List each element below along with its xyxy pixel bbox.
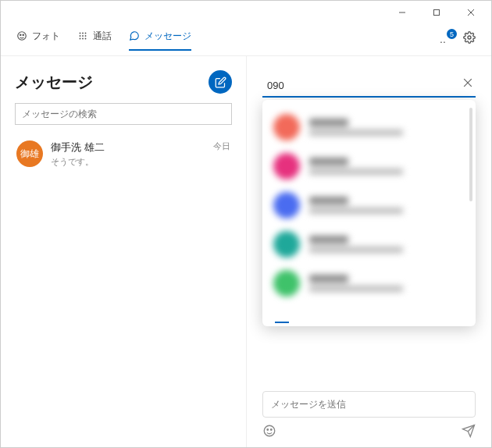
svg-point-9 — [85, 33, 87, 34]
svg-point-4 — [18, 32, 27, 41]
svg-point-7 — [80, 33, 81, 34]
photo-icon — [16, 30, 27, 41]
titlebar — [1, 1, 491, 24]
svg-point-15 — [85, 38, 87, 40]
minimize-button[interactable] — [385, 1, 419, 24]
tabs: フォト 通話 メッセージ — [16, 30, 191, 46]
svg-point-13 — [80, 38, 81, 40]
maximize-button[interactable] — [419, 1, 454, 24]
contact-avatar — [273, 153, 300, 180]
left-pane: メッセージ 御雄 御手洗 雄二 そうです。 今日 — [1, 56, 247, 447]
body: メッセージ 御雄 御手洗 雄二 そうです。 今日 — [1, 56, 491, 447]
conversation-item[interactable]: 御雄 御手洗 雄二 そうです。 今日 — [15, 136, 232, 172]
conversation-name: 御手洗 雄二 — [51, 140, 205, 155]
svg-point-14 — [82, 38, 84, 40]
ellipsis-icon: .. — [440, 33, 446, 45]
svg-point-8 — [82, 33, 84, 34]
contact-suggestion[interactable] — [269, 264, 469, 303]
tab-message[interactable]: メッセージ — [129, 30, 191, 46]
contact-avatar — [273, 192, 300, 219]
message-compose-area — [262, 391, 476, 438]
tab-photo[interactable]: フォト — [16, 30, 60, 46]
message-input-field[interactable] — [262, 391, 476, 418]
contact-suggestion[interactable] — [269, 186, 469, 225]
notification-button[interactable]: .. 5 — [441, 30, 455, 44]
contact-avatar — [273, 114, 300, 140]
tab-call-label: 通話 — [93, 30, 112, 43]
tab-message-label: メッセージ — [144, 30, 191, 43]
svg-point-16 — [468, 36, 471, 39]
right-pane — [247, 56, 491, 447]
message-icon — [129, 30, 140, 41]
topbar-right: .. 5 — [441, 30, 476, 44]
compose-actions — [262, 424, 476, 438]
search-messages-field[interactable] — [15, 103, 232, 125]
close-button[interactable] — [454, 1, 488, 24]
dialpad-icon — [77, 30, 88, 41]
svg-point-12 — [85, 35, 87, 37]
topbar: フォト 通話 メッセージ .. 5 — [1, 24, 491, 51]
contact-dropdown — [262, 100, 476, 326]
conversation-text: 御手洗 雄二 そうです。 — [51, 140, 205, 168]
send-button[interactable] — [462, 424, 476, 438]
scrollbar[interactable] — [469, 108, 472, 201]
svg-point-20 — [267, 429, 269, 431]
avatar: 御雄 — [16, 140, 43, 167]
contact-search-field[interactable] — [262, 75, 476, 98]
app-window: フォト 通話 メッセージ .. 5 — [0, 0, 492, 448]
compose-button[interactable] — [209, 70, 232, 94]
conversation-preview: そうです。 — [51, 156, 205, 168]
contact-avatar — [273, 270, 300, 297]
svg-rect-1 — [434, 10, 440, 16]
page-title: メッセージ — [15, 72, 93, 93]
contact-search-input[interactable] — [262, 75, 476, 98]
clear-search-button[interactable] — [463, 78, 472, 87]
settings-button[interactable] — [463, 31, 476, 44]
svg-point-5 — [20, 34, 21, 35]
svg-point-6 — [23, 34, 23, 35]
dropdown-indicator — [275, 322, 289, 323]
svg-point-21 — [271, 429, 273, 431]
tab-call[interactable]: 通話 — [77, 30, 112, 46]
emoji-button[interactable] — [262, 424, 276, 438]
conversation-time: 今日 — [213, 140, 230, 168]
contact-suggestion[interactable] — [269, 225, 469, 264]
svg-point-11 — [82, 35, 84, 37]
tab-photo-label: フォト — [32, 30, 60, 43]
contact-suggestion[interactable] — [269, 147, 469, 186]
search-messages-input[interactable] — [22, 108, 225, 119]
contact-avatar — [273, 231, 300, 258]
svg-point-10 — [80, 35, 81, 37]
notification-badge: 5 — [447, 29, 457, 39]
svg-point-19 — [264, 425, 275, 436]
left-header: メッセージ — [15, 70, 232, 94]
contact-suggestion[interactable] — [269, 108, 469, 147]
message-input[interactable] — [271, 399, 467, 410]
